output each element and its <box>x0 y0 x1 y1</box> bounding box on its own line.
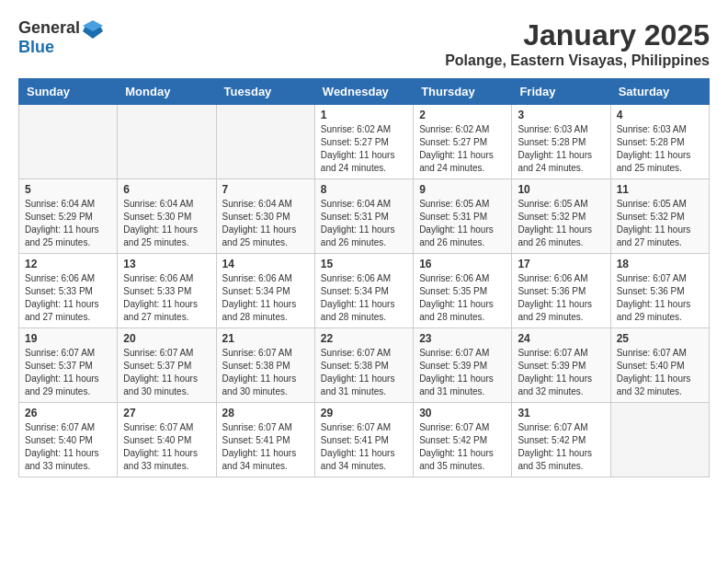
day-number: 12 <box>25 258 111 270</box>
calendar-cell: 22 Sunrise: 6:07 AM Sunset: 5:38 PM Dayl… <box>314 328 413 403</box>
sunset-text: Sunset: 5:29 PM <box>25 212 93 222</box>
sunrise-text: Sunrise: 6:06 AM <box>123 273 193 283</box>
day-number: 21 <box>222 332 309 345</box>
daylight-text: Daylight: 11 hours and 28 minutes. <box>419 299 494 322</box>
sunrise-text: Sunrise: 6:07 AM <box>518 348 587 358</box>
sunrise-text: Sunrise: 6:03 AM <box>617 124 687 134</box>
calendar-cell: 11 Sunrise: 6:05 AM Sunset: 5:32 PM Dayl… <box>610 179 709 254</box>
day-number: 29 <box>321 407 407 419</box>
daylight-text: Daylight: 11 hours and 32 minutes. <box>617 373 691 396</box>
header-thursday: Thursday <box>414 79 512 105</box>
sunset-text: Sunset: 5:40 PM <box>25 435 93 445</box>
day-info: Sunrise: 6:04 AM Sunset: 5:30 PM Dayligh… <box>222 198 309 249</box>
daylight-text: Daylight: 11 hours and 34 minutes. <box>321 448 395 471</box>
day-info: Sunrise: 6:06 AM Sunset: 5:35 PM Dayligh… <box>419 272 506 324</box>
day-number: 13 <box>123 258 210 270</box>
week-row-5: 26 Sunrise: 6:07 AM Sunset: 5:40 PM Dayl… <box>19 403 710 477</box>
daylight-text: Daylight: 11 hours and 28 minutes. <box>222 299 297 322</box>
day-number: 24 <box>518 332 604 345</box>
day-number: 6 <box>123 183 210 196</box>
day-info: Sunrise: 6:07 AM Sunset: 5:40 PM Dayligh… <box>617 347 703 398</box>
sunrise-text: Sunrise: 6:06 AM <box>25 273 95 283</box>
day-info: Sunrise: 6:07 AM Sunset: 5:40 PM Dayligh… <box>25 421 111 473</box>
day-number: 14 <box>222 258 309 270</box>
header-saturday: Saturday <box>610 79 709 105</box>
sunset-text: Sunset: 5:28 PM <box>518 137 586 147</box>
sunset-text: Sunset: 5:33 PM <box>25 286 93 296</box>
daylight-text: Daylight: 11 hours and 29 minutes. <box>617 299 691 322</box>
sunset-text: Sunset: 5:27 PM <box>321 137 389 147</box>
calendar-cell <box>118 105 216 179</box>
daylight-text: Daylight: 11 hours and 33 minutes. <box>123 448 198 471</box>
daylight-text: Daylight: 11 hours and 35 minutes. <box>518 448 592 471</box>
calendar-cell: 4 Sunrise: 6:03 AM Sunset: 5:28 PM Dayli… <box>610 105 709 179</box>
week-row-1: 1 Sunrise: 6:02 AM Sunset: 5:27 PM Dayli… <box>19 105 710 179</box>
day-info: Sunrise: 6:02 AM Sunset: 5:27 PM Dayligh… <box>419 123 506 175</box>
daylight-text: Daylight: 11 hours and 24 minutes. <box>321 150 395 173</box>
day-info: Sunrise: 6:02 AM Sunset: 5:27 PM Dayligh… <box>321 123 407 175</box>
day-number: 19 <box>25 332 111 345</box>
daylight-text: Daylight: 11 hours and 26 minutes. <box>518 224 592 247</box>
day-info: Sunrise: 6:04 AM Sunset: 5:29 PM Dayligh… <box>25 198 111 249</box>
sunset-text: Sunset: 5:37 PM <box>25 361 93 371</box>
sunrise-text: Sunrise: 6:07 AM <box>123 348 193 358</box>
sunset-text: Sunset: 5:41 PM <box>321 435 389 445</box>
day-number: 9 <box>419 183 506 196</box>
sunrise-text: Sunrise: 6:07 AM <box>419 348 489 358</box>
day-number: 3 <box>518 109 604 121</box>
daylight-text: Daylight: 11 hours and 35 minutes. <box>419 448 494 471</box>
sunset-text: Sunset: 5:31 PM <box>419 212 487 222</box>
sunrise-text: Sunrise: 6:02 AM <box>321 124 391 134</box>
day-number: 26 <box>25 407 111 419</box>
logo-blue-text: Blue <box>18 39 103 57</box>
day-number: 10 <box>518 183 604 196</box>
sunset-text: Sunset: 5:31 PM <box>321 212 389 222</box>
sunset-text: Sunset: 5:27 PM <box>419 137 487 147</box>
daylight-text: Daylight: 11 hours and 25 minutes. <box>617 150 691 173</box>
day-info: Sunrise: 6:04 AM Sunset: 5:30 PM Dayligh… <box>123 198 210 249</box>
calendar-cell: 27 Sunrise: 6:07 AM Sunset: 5:40 PM Dayl… <box>118 403 216 477</box>
day-info: Sunrise: 6:07 AM Sunset: 5:41 PM Dayligh… <box>321 421 407 473</box>
daylight-text: Daylight: 11 hours and 30 minutes. <box>123 373 198 396</box>
calendar-header-row: SundayMondayTuesdayWednesdayThursdayFrid… <box>19 79 710 105</box>
daylight-text: Daylight: 11 hours and 31 minutes. <box>419 373 494 396</box>
calendar-cell: 30 Sunrise: 6:07 AM Sunset: 5:42 PM Dayl… <box>414 403 512 477</box>
sunrise-text: Sunrise: 6:04 AM <box>123 199 193 209</box>
daylight-text: Daylight: 11 hours and 29 minutes. <box>518 299 592 322</box>
daylight-text: Daylight: 11 hours and 31 minutes. <box>321 373 395 396</box>
daylight-text: Daylight: 11 hours and 30 minutes. <box>222 373 297 396</box>
sunset-text: Sunset: 5:33 PM <box>123 286 191 296</box>
calendar-cell: 5 Sunrise: 6:04 AM Sunset: 5:29 PM Dayli… <box>19 179 118 254</box>
sunrise-text: Sunrise: 6:07 AM <box>25 422 95 432</box>
calendar-table: SundayMondayTuesdayWednesdayThursdayFrid… <box>18 78 710 477</box>
sunset-text: Sunset: 5:36 PM <box>518 286 586 296</box>
daylight-text: Daylight: 11 hours and 33 minutes. <box>25 448 99 471</box>
calendar-cell: 20 Sunrise: 6:07 AM Sunset: 5:37 PM Dayl… <box>118 328 216 403</box>
calendar-cell: 18 Sunrise: 6:07 AM Sunset: 5:36 PM Dayl… <box>610 254 709 328</box>
header-wednesday: Wednesday <box>314 79 413 105</box>
sunrise-text: Sunrise: 6:03 AM <box>518 124 587 134</box>
sunset-text: Sunset: 5:30 PM <box>123 212 191 222</box>
sunset-text: Sunset: 5:37 PM <box>123 361 191 371</box>
sunset-text: Sunset: 5:41 PM <box>222 435 290 445</box>
sunrise-text: Sunrise: 6:07 AM <box>321 422 391 432</box>
header-monday: Monday <box>118 79 216 105</box>
logo-block: General Blue <box>18 18 103 57</box>
day-info: Sunrise: 6:03 AM Sunset: 5:28 PM Dayligh… <box>617 123 703 175</box>
calendar-cell: 14 Sunrise: 6:06 AM Sunset: 5:34 PM Dayl… <box>216 254 314 328</box>
day-number: 25 <box>617 332 703 345</box>
day-info: Sunrise: 6:07 AM Sunset: 5:42 PM Dayligh… <box>518 421 604 473</box>
day-number: 5 <box>25 183 111 196</box>
day-info: Sunrise: 6:07 AM Sunset: 5:40 PM Dayligh… <box>123 421 210 473</box>
calendar-cell: 10 Sunrise: 6:05 AM Sunset: 5:32 PM Dayl… <box>512 179 610 254</box>
sunset-text: Sunset: 5:38 PM <box>222 361 290 371</box>
sunrise-text: Sunrise: 6:04 AM <box>25 199 95 209</box>
sunset-text: Sunset: 5:34 PM <box>321 286 389 296</box>
calendar-cell: 24 Sunrise: 6:07 AM Sunset: 5:39 PM Dayl… <box>512 328 610 403</box>
sunrise-text: Sunrise: 6:07 AM <box>617 273 687 283</box>
day-number: 17 <box>518 258 604 270</box>
daylight-text: Daylight: 11 hours and 24 minutes. <box>419 150 494 173</box>
week-row-3: 12 Sunrise: 6:06 AM Sunset: 5:33 PM Dayl… <box>19 254 710 328</box>
sunrise-text: Sunrise: 6:07 AM <box>617 348 687 358</box>
page-header: General Blue January 2025 Polange, Easte… <box>18 18 710 69</box>
